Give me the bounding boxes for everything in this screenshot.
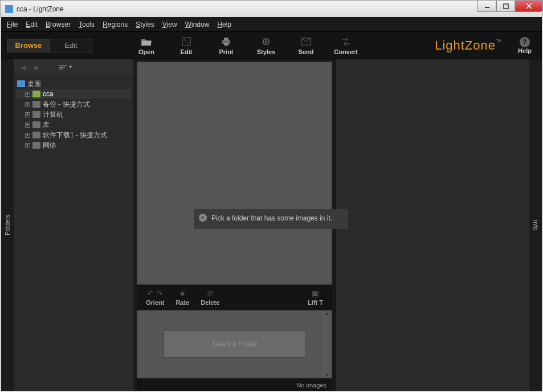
nav-back-icon[interactable]: ◄ xyxy=(19,63,27,72)
status-bar: No images xyxy=(137,379,332,391)
tool-edit[interactable]: Edit xyxy=(166,36,206,55)
maximize-button[interactable] xyxy=(496,1,515,12)
tool-rate-label: Rate xyxy=(175,299,189,306)
tool-lift-label: Lift T xyxy=(308,299,323,306)
tree-item-label: 备份 - 快捷方式 xyxy=(43,100,90,109)
tree-item[interactable]: + 计算机 xyxy=(16,109,131,120)
tree-root-label: 桌面 xyxy=(27,79,41,89)
app-icon xyxy=(5,5,13,13)
svg-point-9 xyxy=(265,40,267,43)
folder-icon xyxy=(32,142,40,149)
close-button[interactable] xyxy=(515,1,542,12)
user-folder-icon xyxy=(32,91,40,97)
menu-regions[interactable]: Regions xyxy=(103,21,128,28)
tree-item[interactable]: + 软件下载1 - 快捷方式 xyxy=(16,130,131,140)
expand-icon[interactable]: + xyxy=(25,102,30,107)
minimize-button[interactable] xyxy=(477,1,496,12)
folders-panel: ◄ ► ▼ 桌面 + cca + xyxy=(14,59,133,391)
folders-tab[interactable]: Folders xyxy=(1,59,14,391)
folder-icon xyxy=(32,101,40,108)
menu-browser[interactable]: Browser xyxy=(46,21,71,28)
expand-icon[interactable]: + xyxy=(25,133,30,138)
gear-icon xyxy=(260,36,272,47)
tree-item[interactable]: + 网络 xyxy=(16,140,131,150)
desktop-icon xyxy=(17,80,25,87)
folder-icon xyxy=(32,111,40,118)
tool-send[interactable]: Send xyxy=(286,36,326,55)
status-text: No images xyxy=(296,382,326,389)
printer-icon xyxy=(221,36,232,47)
tree-item[interactable]: + 库 xyxy=(16,120,131,130)
tool-open[interactable]: Open xyxy=(126,36,166,55)
window-controls xyxy=(477,1,542,12)
menu-styles[interactable]: Styles xyxy=(136,21,154,28)
menu-file[interactable]: File xyxy=(7,21,18,28)
folders-toolbar: ◄ ► ▼ xyxy=(14,59,133,75)
tool-orient[interactable]: ↶ ↷ Orient xyxy=(146,289,164,306)
menu-window[interactable]: Window xyxy=(185,21,210,28)
tree-item-label: 库 xyxy=(43,120,50,130)
center-panel: ✕ Pick a folder that has some images in … xyxy=(133,59,336,391)
svg-rect-6 xyxy=(224,38,228,40)
logo: LightZone™ xyxy=(435,38,502,53)
tool-styles[interactable]: Styles xyxy=(246,36,286,55)
tree-item-cca[interactable]: + cca xyxy=(16,89,131,99)
tool-help[interactable]: ? Help xyxy=(513,37,536,54)
logo-text: LightZone xyxy=(435,38,496,52)
body: Folders ◄ ► ▼ 桌面 + cca xyxy=(1,59,542,391)
hint-text: Pick a folder that has some images in it… xyxy=(211,214,332,222)
chevron-down-icon: ▼ xyxy=(68,64,73,70)
tool-delete[interactable]: ⊘ Delete xyxy=(201,289,219,306)
select-folder-button[interactable]: Select a Folder xyxy=(164,330,306,358)
nodelete-icon: ⊘ xyxy=(207,289,214,298)
menu-tools[interactable]: Tools xyxy=(79,21,95,28)
scroll-down-icon[interactable]: ▼ xyxy=(325,372,330,378)
tool-print[interactable]: Print xyxy=(206,36,246,55)
tool-open-label: Open xyxy=(138,48,154,55)
lift-icon: ▣ xyxy=(312,289,319,298)
pencil-icon xyxy=(181,36,192,47)
thumbnail-strip: Select a Folder ▲ ▼ xyxy=(137,310,332,378)
svg-rect-7 xyxy=(224,43,228,46)
info-tab[interactable]: Info xyxy=(529,59,542,391)
scrollbar[interactable]: ▲ ▼ xyxy=(322,311,332,378)
nav-forward-icon[interactable]: ► xyxy=(33,63,41,72)
tree-root[interactable]: 桌面 xyxy=(16,79,131,89)
sort-lines-icon xyxy=(59,64,67,70)
tool-lift[interactable]: ▣ Lift T xyxy=(308,289,323,306)
menu-help[interactable]: Help xyxy=(217,21,231,28)
expand-icon[interactable]: + xyxy=(25,143,30,148)
tree-item-label: 软件下载1 - 快捷方式 xyxy=(43,130,107,140)
window-titlebar: cca - LightZone xyxy=(0,0,543,17)
tool-edit-label: Edit xyxy=(181,48,193,55)
right-panel xyxy=(336,59,529,391)
expand-icon[interactable]: + xyxy=(25,122,30,128)
svg-rect-1 xyxy=(504,4,508,9)
tool-convert-label: Convert xyxy=(334,48,358,55)
scroll-up-icon[interactable]: ▲ xyxy=(325,311,330,316)
tool-orient-label: Orient xyxy=(146,299,164,306)
close-icon[interactable]: ✕ xyxy=(199,214,207,222)
envelope-icon xyxy=(300,36,312,47)
app-frame: File Edit Browser Tools Regions Styles V… xyxy=(1,17,542,391)
tree-item[interactable]: + 备份 - 快捷方式 xyxy=(16,99,131,109)
tree-item-label: 网络 xyxy=(43,141,56,150)
tree-item-label: cca xyxy=(43,90,54,98)
menu-edit[interactable]: Edit xyxy=(26,21,38,28)
tool-rate[interactable]: ★ Rate xyxy=(175,289,189,306)
folder-icon xyxy=(32,121,40,128)
hint-tooltip: ✕ Pick a folder that has some images in … xyxy=(194,209,348,229)
rotate-icon: ↶ ↷ xyxy=(147,289,163,298)
expand-icon[interactable]: + xyxy=(25,112,30,117)
folder-tree[interactable]: 桌面 + cca + 备份 - 快捷方式 + 计算机 xyxy=(14,75,133,391)
mode-edit[interactable]: Edit xyxy=(50,39,92,52)
tool-convert[interactable]: Convert xyxy=(326,36,366,55)
tool-send-label: Send xyxy=(299,48,314,55)
menu-view[interactable]: View xyxy=(162,21,177,28)
expand-icon[interactable]: + xyxy=(25,92,30,97)
tool-styles-label: Styles xyxy=(257,48,275,55)
mode-browse[interactable]: Browse xyxy=(7,39,50,52)
tool-delete-label: Delete xyxy=(201,299,219,306)
sort-button[interactable]: ▼ xyxy=(59,64,73,70)
menubar: File Edit Browser Tools Regions Styles V… xyxy=(1,17,542,32)
